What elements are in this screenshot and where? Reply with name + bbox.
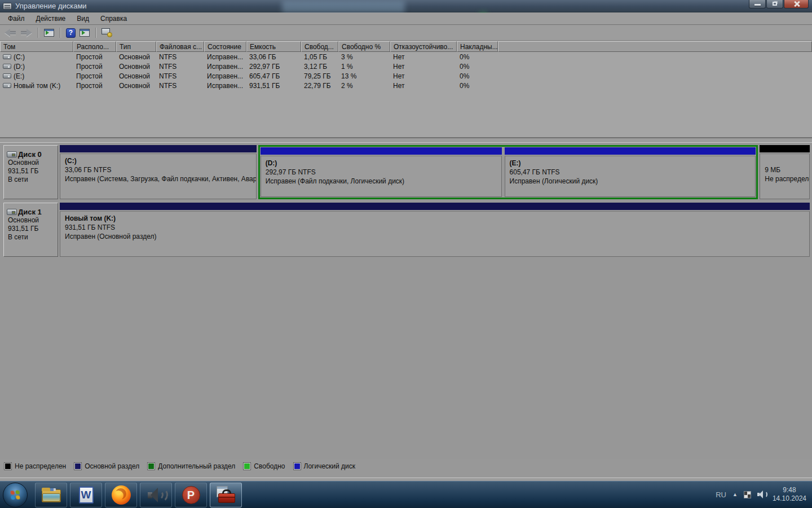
column-header[interactable]: Файловая с... bbox=[156, 41, 204, 52]
volume-row[interactable]: (C:)ПростойОсновнойNTFSИсправен...33,06 … bbox=[0, 52, 812, 62]
minimize-button[interactable] bbox=[749, 0, 766, 8]
disk-row-0: Диск 0Основной931,51 ГБВ сети(C:)33,06 Г… bbox=[3, 145, 810, 199]
partition-d[interactable]: (D:)292,97 ГБ NTFSИсправен (Файл подкачк… bbox=[261, 147, 502, 197]
word-icon: W bbox=[79, 487, 94, 503]
restore-button[interactable] bbox=[766, 0, 783, 8]
taskbar-app-explorer[interactable] bbox=[35, 483, 67, 507]
volume-row[interactable]: (D:)ПростойОсновнойNTFSИсправен...292,97… bbox=[0, 62, 812, 71]
volume-cell: 33,06 ГБ bbox=[246, 53, 301, 61]
column-header[interactable]: Состояние bbox=[204, 41, 246, 52]
partition-label bbox=[765, 156, 809, 165]
panel-splitter[interactable] bbox=[0, 137, 812, 143]
partition-e[interactable]: (E:)605,47 ГБ NTFSИсправен (Логический д… bbox=[505, 147, 756, 197]
firefox-icon bbox=[112, 485, 131, 505]
disk-label-panel[interactable]: Диск 1Основной931,51 ГБВ сети bbox=[3, 203, 58, 257]
extended-partition[interactable]: (D:)292,97 ГБ NTFSИсправен (Файл подкачк… bbox=[258, 145, 758, 199]
volume-icon bbox=[3, 64, 11, 69]
menu-view[interactable]: Вид bbox=[71, 14, 95, 24]
legend-item: Логический диск bbox=[294, 462, 356, 470]
menu-help[interactable]: Справка bbox=[95, 14, 133, 24]
volume-icon[interactable] bbox=[757, 491, 766, 498]
close-button[interactable] bbox=[784, 0, 809, 8]
volume-icon bbox=[3, 83, 11, 88]
taskbar: WP bbox=[0, 481, 812, 508]
toolbox-icon bbox=[216, 486, 236, 504]
volume-cell: 3 % bbox=[338, 53, 390, 61]
partition-legend: Не распределенОсновной разделДополнитель… bbox=[5, 460, 355, 472]
disk-graph-panel: Диск 0Основной931,51 ГБВ сети(C:)33,06 Г… bbox=[0, 143, 812, 459]
column-header[interactable]: Емкость bbox=[246, 41, 301, 52]
partition-body: (C:)33,06 ГБ NTFSИсправен (Система, Загр… bbox=[60, 154, 257, 199]
menu-action[interactable]: Действие bbox=[30, 14, 72, 24]
tray-app-icon[interactable] bbox=[744, 491, 751, 498]
volume-cell: Основной bbox=[116, 53, 156, 61]
back-icon[interactable] bbox=[5, 29, 16, 37]
partition-status: Исправен (Логический диск) bbox=[510, 177, 756, 186]
speaker-icon bbox=[147, 487, 166, 503]
language-indicator[interactable]: RU bbox=[716, 491, 726, 499]
partition-size: 9 МБ bbox=[765, 165, 809, 174]
start-button[interactable] bbox=[3, 483, 28, 507]
legend-color-swatch bbox=[74, 463, 81, 470]
partition-status: Не распределен bbox=[765, 174, 809, 183]
action-pane-icon[interactable] bbox=[80, 29, 90, 37]
column-header[interactable]: Накладны... bbox=[457, 41, 498, 52]
partition-status: Исправен (Основной раздел) bbox=[65, 232, 809, 241]
disk-management-icon bbox=[3, 3, 12, 10]
column-header[interactable]: Тип bbox=[116, 41, 156, 52]
taskbar-app-psiphon[interactable]: P bbox=[175, 483, 207, 507]
menu-file[interactable]: Файл bbox=[2, 14, 30, 24]
legend-label: Не распределен bbox=[15, 462, 66, 470]
partition-type-bar bbox=[60, 203, 810, 210]
disk-name: Диск 1 bbox=[7, 208, 55, 216]
partition-type-bar bbox=[261, 147, 502, 155]
partition-status: Исправен (Файл подкачки, Логический диск… bbox=[266, 177, 501, 186]
volume-row[interactable]: (E:)ПростойОсновнойNTFSИсправен...605,47… bbox=[0, 71, 812, 81]
partition-label: (D:) bbox=[266, 159, 501, 168]
volume-cell: Исправен... bbox=[204, 82, 246, 90]
show-hidden-icons-icon[interactable]: ▲ bbox=[732, 492, 738, 497]
partition-unallocated[interactable]: 9 МБНе распределен bbox=[760, 145, 810, 199]
volume-cell: 0% bbox=[457, 63, 498, 71]
column-header[interactable]: Свободно % bbox=[338, 41, 390, 52]
explorer-icon bbox=[42, 488, 61, 502]
clock-date: 14.10.2024 bbox=[773, 494, 806, 503]
volume-name: (D:) bbox=[14, 63, 25, 71]
taskbar-app-toolbox[interactable] bbox=[210, 483, 242, 507]
help-icon[interactable] bbox=[66, 28, 76, 38]
disk-type: Основной bbox=[8, 216, 55, 225]
volume-row[interactable]: Новый том (K:)ПростойОсновнойNTFSИсправе… bbox=[0, 81, 812, 90]
manage-computer-icon[interactable] bbox=[102, 28, 112, 37]
volume-name-cell: Новый том (K:) bbox=[0, 82, 73, 90]
legend-item: Дополнительный раздел bbox=[148, 462, 235, 470]
partition-body: (E:)605,47 ГБ NTFSИсправен (Логический д… bbox=[505, 156, 756, 197]
close-icon bbox=[794, 1, 800, 7]
taskbar-app-firefox[interactable] bbox=[105, 483, 137, 507]
taskbar-app-volume-mixer[interactable] bbox=[140, 483, 172, 507]
taskbar-app-word[interactable]: W bbox=[70, 483, 102, 507]
column-header[interactable]: Том bbox=[0, 41, 73, 52]
forward-icon[interactable] bbox=[20, 29, 32, 37]
volume-cell: 1,05 ГБ bbox=[301, 53, 338, 61]
column-header[interactable]: Свобод... bbox=[301, 41, 338, 52]
window-controls bbox=[748, 0, 809, 8]
partition-status: Исправен (Система, Загрузка, Файл подкач… bbox=[65, 174, 256, 183]
partition-c[interactable]: (C:)33,06 ГБ NTFSИсправен (Система, Загр… bbox=[60, 145, 257, 199]
clock[interactable]: 9:48 14.10.2024 bbox=[773, 486, 811, 503]
console-tree-icon[interactable] bbox=[44, 29, 54, 37]
partition-новыйтомk[interactable]: Новый том (K:)931,51 ГБ NTFSИсправен (Ос… bbox=[60, 203, 810, 257]
partition-size: 931,51 ГБ NTFS bbox=[65, 223, 809, 232]
column-header[interactable]: Располо... bbox=[73, 41, 116, 52]
toolbar-separator bbox=[95, 28, 96, 38]
legend-label: Дополнительный раздел bbox=[158, 462, 235, 470]
column-header[interactable]: Отказоустойчиво... bbox=[390, 41, 457, 52]
volume-cell: 1 % bbox=[338, 63, 390, 71]
volume-cell: Исправен... bbox=[204, 72, 246, 80]
partition-type-bar bbox=[505, 147, 756, 155]
volume-cell: Основной bbox=[116, 63, 156, 71]
desktop: Управление дисками ФайлДействиеВидСправк… bbox=[0, 0, 812, 508]
legend-label: Логический диск bbox=[304, 462, 356, 470]
legend-item: Не распределен bbox=[5, 462, 66, 470]
disk-label-panel[interactable]: Диск 0Основной931,51 ГБВ сети bbox=[3, 145, 58, 199]
volume-cell: 931,51 ГБ bbox=[246, 82, 301, 90]
